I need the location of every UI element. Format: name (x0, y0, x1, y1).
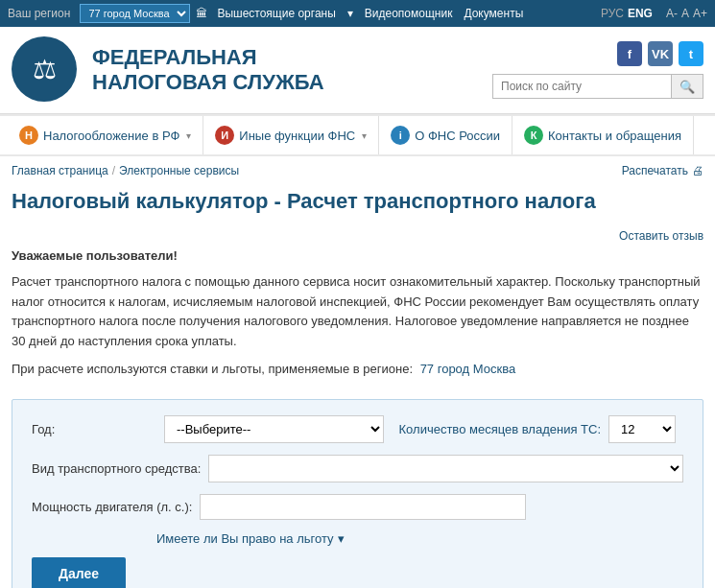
breadcrumb-separator: / (112, 164, 115, 177)
chevron-down-icon: ▾ (186, 130, 191, 141)
breadcrumb-current[interactable]: Электронные сервисы (119, 164, 239, 177)
search-box: 🔍 (492, 74, 703, 99)
logo (12, 36, 79, 104)
region-label: Ваш регион (8, 7, 70, 20)
search-input[interactable] (493, 75, 671, 98)
arrow-icon: ▾ (347, 7, 353, 20)
nav-icon-tax: Н (19, 126, 38, 145)
rates-text: При расчете используются ставки и льготы… (12, 360, 703, 380)
flag-icon: 🏛 (196, 7, 207, 20)
font-decrease[interactable]: А- (666, 7, 678, 20)
nav-item-tax-rf[interactable]: Н Налогообложение в РФ ▾ (8, 116, 203, 154)
facebook-icon[interactable]: f (617, 41, 642, 66)
video-link[interactable]: Видеопомощник (365, 7, 453, 20)
year-row: Год: --Выберите-- Количество месяцев вла… (32, 415, 683, 443)
language-switcher: РУС ENG (601, 7, 653, 20)
site-header: ФЕДЕРАЛЬНАЯ НАЛОГОВАЯ СЛУЖБА f VK t 🔍 (0, 27, 715, 114)
benefit-chevron: ▾ (338, 531, 345, 546)
top-bar: Ваш регион 77 город Москва 🏛 Вышестоящие… (0, 0, 715, 27)
power-label: Мощность двигателя (л. с.): (32, 500, 192, 514)
nav-icon-about: i (391, 126, 410, 145)
nav-item-contacts[interactable]: К Контакты и обращения (512, 116, 694, 154)
nav-label-about: О ФНС России (415, 129, 500, 143)
chevron-down-icon-2: ▾ (362, 130, 367, 141)
logo-emblem (12, 36, 77, 102)
vehicle-row: Вид транспортного средства: (32, 455, 683, 482)
info-title: Уважаемые пользователи! (12, 247, 703, 267)
nav-label-tax: Налогообложение в РФ (43, 129, 179, 143)
months-label: Количество месяцев владения ТС: (399, 422, 601, 436)
info-text: Расчет транспортного налога с помощью да… (12, 272, 703, 352)
social-icons: f VK t (617, 41, 703, 66)
months-select[interactable]: 12 (608, 415, 676, 443)
benefit-link[interactable]: Имеете ли Вы право на льготу (156, 531, 334, 546)
breadcrumb: Главная страница / Электронные сервисы Р… (0, 156, 715, 185)
org-title: ФЕДЕРАЛЬНАЯ НАЛОГОВАЯ СЛУЖБА (92, 45, 492, 96)
vehicle-select[interactable] (208, 455, 683, 482)
print-icon: 🖨 (692, 164, 703, 177)
info-block: Уважаемые пользователи! Расчет транспорт… (0, 247, 715, 391)
font-size-controls: А- А А+ (666, 7, 707, 20)
nav-menu: Н Налогообложение в РФ ▾ И Иные функции … (0, 114, 715, 156)
lang-ru[interactable]: РУС (601, 7, 624, 20)
benefit-row: Имеете ли Вы право на льготу ▾ (156, 531, 683, 546)
org-name: ФЕДЕРАЛЬНАЯ НАЛОГОВАЯ СЛУЖБА (92, 45, 492, 96)
top-links: Вышестоящие органы ▾ Видеопомощник Докум… (217, 7, 523, 20)
font-increase[interactable]: А+ (693, 7, 707, 20)
docs-link[interactable]: Документы (464, 7, 523, 20)
nav-icon-functions: И (215, 126, 234, 145)
nav-label-functions: Иные функции ФНС (239, 129, 355, 143)
breadcrumb-home[interactable]: Главная страница (12, 164, 108, 177)
nav-item-functions[interactable]: И Иные функции ФНС ▾ (203, 116, 379, 154)
region-link[interactable]: 77 город Москва (420, 362, 516, 376)
nav-item-about[interactable]: i О ФНС России (379, 116, 512, 154)
page-title: Налоговый калькулятор - Расчет транспорт… (0, 185, 715, 225)
form-area: Год: --Выберите-- Количество месяцев вла… (12, 399, 703, 588)
power-row: Мощность двигателя (л. с.): (32, 494, 683, 520)
print-link[interactable]: Распечатать 🖨 (622, 164, 703, 177)
feedback-link[interactable]: Оставить отзыв (0, 225, 715, 247)
nav-icon-contacts: К (524, 126, 543, 145)
next-button[interactable]: Далее (32, 557, 126, 588)
vk-icon[interactable]: VK (648, 41, 673, 66)
parent-org-link[interactable]: Вышестоящие органы (217, 7, 335, 20)
twitter-icon[interactable]: t (679, 41, 703, 66)
power-input[interactable] (200, 494, 526, 520)
year-select[interactable]: --Выберите-- (164, 415, 384, 443)
vehicle-label: Вид транспортного средства: (32, 461, 201, 476)
search-button[interactable]: 🔍 (671, 75, 703, 98)
font-normal[interactable]: А (681, 7, 689, 20)
nav-label-contacts: Контакты и обращения (548, 129, 681, 143)
year-label: Год: (32, 422, 156, 436)
region-select[interactable]: 77 город Москва (80, 4, 190, 23)
header-right: f VK t 🔍 (492, 41, 703, 99)
lang-en[interactable]: ENG (628, 7, 653, 20)
